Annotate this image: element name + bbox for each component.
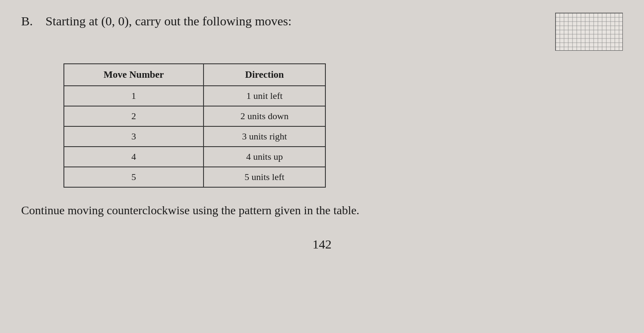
table-row: 3 3 units right [64,126,325,147]
direction-3: 3 units right [204,126,325,147]
page-content: B. Starting at (0, 0), carry out the fol… [0,0,644,333]
move-number-4: 4 [64,147,204,167]
section-header: B. Starting at (0, 0), carry out the fol… [21,13,623,51]
direction-1: 1 unit left [204,86,325,106]
direction-5: 5 units left [204,167,325,187]
grid-image [555,13,623,51]
col-header-direction: Direction [204,64,325,86]
direction-4: 4 units up [204,147,325,167]
move-number-5: 5 [64,167,204,187]
table-row: 4 4 units up [64,147,325,167]
main-layout: Move Number Direction 1 1 unit left 2 2 … [21,63,623,251]
svg-rect-23 [556,13,623,51]
move-number-3: 3 [64,126,204,147]
col-header-move: Move Number [64,64,204,86]
section-label: B. [21,14,33,28]
moves-table: Move Number Direction 1 1 unit left 2 2 … [63,63,326,188]
section-title: B. Starting at (0, 0), carry out the fol… [21,13,292,29]
section-heading: Starting at (0, 0), carry out the follow… [46,14,292,28]
table-row: 5 5 units left [64,167,325,187]
continue-text: Continue moving counterclockwise using t… [21,202,623,218]
page-number: 142 [21,237,623,251]
table-container: Move Number Direction 1 1 unit left 2 2 … [63,63,623,188]
move-number-1: 1 [64,86,204,106]
table-header-row: Move Number Direction [64,64,325,86]
direction-2: 2 units down [204,106,325,126]
table-row: 1 1 unit left [64,86,325,106]
grid-svg [556,13,623,51]
move-number-2: 2 [64,106,204,126]
table-row: 2 2 units down [64,106,325,126]
